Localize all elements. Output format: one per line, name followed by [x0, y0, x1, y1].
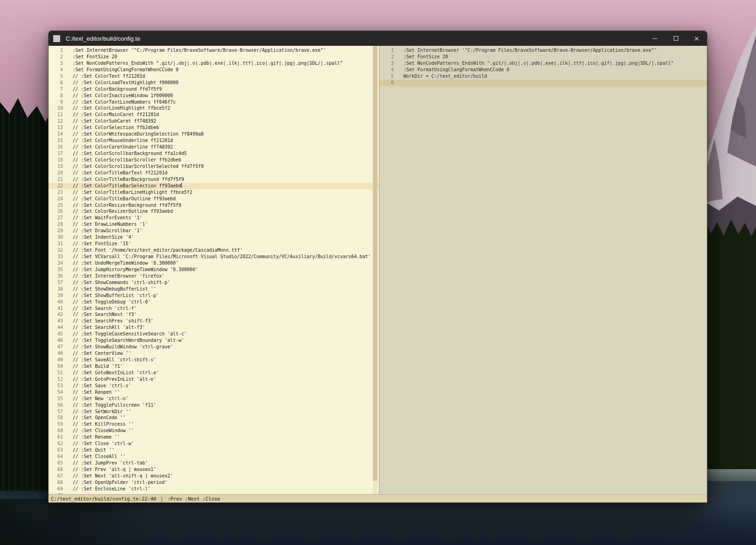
- code-line[interactable]: 16// :Set ColorCaretUnderline ff748392: [49, 144, 379, 150]
- line-number: 54: [49, 389, 63, 396]
- code-line[interactable]: 63// :Set Quit '': [49, 447, 379, 453]
- code-line[interactable]: 65// :Set JumpPrev 'ctrl-tab': [49, 460, 379, 466]
- code-line[interactable]: 67// :Set Next 'alt-shift-q | mousex2': [49, 473, 379, 479]
- code-line[interactable]: 39// :Set ShowBufferList 'ctrl-p': [49, 292, 379, 299]
- code-line[interactable]: 1:Set InternetBrowser '"C:/Program Files…: [379, 47, 707, 54]
- code-line[interactable]: 53// :Set Save 'ctrl-s': [49, 383, 379, 389]
- maximize-button[interactable]: [665, 31, 686, 46]
- code-line[interactable]: 50// :Set Build 'f1': [49, 363, 379, 370]
- line-number: 36: [49, 273, 63, 279]
- code-text: :Set FontSize 20: [403, 54, 448, 60]
- code-line[interactable]: 58// :Set OpenCode '': [49, 415, 379, 421]
- code-line[interactable]: 36// :Set InternetBrowser 'firefox': [49, 273, 379, 279]
- code-line[interactable]: 54// :Set Reopen '': [49, 389, 379, 396]
- code-line[interactable]: 46// :Set ToggleSearchWordBoundary 'alt-…: [49, 337, 379, 344]
- code-line[interactable]: 27// :Set WaitForEvents '1': [49, 215, 379, 221]
- code-line[interactable]: 10// :Set ColorLineHighlight ffbce5f2: [49, 105, 379, 111]
- code-line[interactable]: 57// :Set SetWorkDir '': [49, 409, 379, 415]
- code-line[interactable]: 3:Set NonCodePatterns_EndsWith ".git/|.o…: [379, 60, 707, 67]
- code-line[interactable]: 44// :Set SearchAll 'alt-f3': [49, 324, 379, 331]
- code-line[interactable]: 2:Set FontSize 20: [379, 54, 707, 60]
- code-line[interactable]: 33// :Set VCVarsall 'C:/Program Files/Mi…: [49, 254, 379, 260]
- code-line[interactable]: 15// :Set ColorMouseUnderline ff21201d: [49, 137, 379, 144]
- code-line[interactable]: 19// :Set ColorScrollbarScrollerSelected…: [49, 163, 379, 170]
- line-number: 68: [49, 479, 63, 486]
- code-line[interactable]: 52// :Set GotoPrevInList 'alt-e': [49, 376, 379, 383]
- code-line[interactable]: 40// :Set ToggleDebug 'ctrl-0': [49, 299, 379, 305]
- code-line[interactable]: 60// :Set CloseWindow '': [49, 427, 379, 434]
- code-line[interactable]: 5// :Set ColorText ff21201d: [49, 73, 379, 80]
- code-text: // :Set ColorScrollbarScrollerSelected f…: [73, 163, 204, 170]
- minimize-button[interactable]: [644, 31, 665, 46]
- code-line[interactable]: 14// :Set ColorWhitespaceDuringSelection…: [49, 131, 379, 137]
- code-line[interactable]: 8// :Set ColorInactiveWindow 1f000000: [49, 93, 379, 99]
- code-line[interactable]: 6// :Set ColorLoadTextHighlight f000000: [49, 80, 379, 86]
- code-line[interactable]: 42// :Set SearchNext 'f3': [49, 311, 379, 318]
- code-line[interactable]: 32// :Set Font '/home/krz/text_editor/pa…: [49, 247, 379, 254]
- code-line[interactable]: 38// :Set ShowDebugBufferList '': [49, 286, 379, 292]
- code-line[interactable]: 2:Set FontSize 20: [49, 54, 379, 60]
- code-line[interactable]: 4:Set FormatUsingClangFormatWhenCCode 0: [379, 67, 707, 73]
- code-line[interactable]: 35// :Set JumpHistoryMergeTimeWindow '0.…: [49, 266, 379, 273]
- line-number: 38: [49, 286, 63, 292]
- code-line[interactable]: 55// :Set New 'ctrl-n': [49, 396, 379, 402]
- code-line[interactable]: 49// :Set SaveAll 'ctrl-shift-s': [49, 357, 379, 363]
- code-line[interactable]: 9// :Set ColorTextLineNumbers ff646f7c: [49, 99, 379, 105]
- code-line[interactable]: 41// :Set Search 'ctrl-f': [49, 305, 379, 312]
- code-line[interactable]: 4:Set FormatUsingClangFormatWhenCCode 0: [49, 67, 379, 73]
- code-line[interactable]: 25// :Set ColorResizerBackground ffd7f5f…: [49, 202, 379, 209]
- code-line[interactable]: 23// :Set ColorTitleBarLineHighlight ffb…: [49, 189, 379, 196]
- code-line[interactable]: 66// :Set Prev 'alt-q | mousex1': [49, 466, 379, 473]
- code-line[interactable]: 17// :Set ColorScrollbarBackground ffa1c…: [49, 150, 379, 157]
- code-line[interactable]: 69// :Set EncloseLine 'ctrl-l': [49, 486, 379, 492]
- code-line[interactable]: 20// :Set ColorTitleBarText ff21201d: [49, 170, 379, 176]
- code-line[interactable]: 62// :Set Close 'ctrl-w': [49, 440, 379, 447]
- line-number: 3: [49, 60, 63, 67]
- line-number: 21: [49, 176, 63, 183]
- code-line[interactable]: 29// :Set DrawScrollbar '1': [49, 228, 379, 234]
- code-text: // :Set SearchAll 'alt-f3': [73, 324, 145, 331]
- code-line[interactable]: 68// :Set OpenUpFolder 'ctrl-period': [49, 479, 379, 486]
- code-text: // :Set Next 'alt-shift-q | mousex2': [73, 473, 173, 479]
- code-line[interactable]: 13// :Set ColorSelection ffb2dbeb: [49, 124, 379, 131]
- code-line[interactable]: 22// :Set ColorTitleBarSelection ff93aeb…: [49, 183, 379, 189]
- code-line[interactable]: 37// :Set ShowCommands 'ctrl-shift-p': [49, 279, 379, 286]
- code-line[interactable]: 59// :Set KillProcess '': [49, 421, 379, 427]
- close-button[interactable]: ×: [686, 31, 707, 46]
- code-line[interactable]: 5WorkDir = C:/text_editor/build: [379, 73, 707, 80]
- code-text: // :Set SearchNext 'f3': [73, 311, 136, 318]
- code-line[interactable]: 64// :Set CloseAll '': [49, 453, 379, 460]
- status-commands[interactable]: :Prev :Next :Close: [167, 496, 220, 502]
- code-line[interactable]: 11// :Set ColorMainCaret ff21201d: [49, 111, 379, 118]
- code-line[interactable]: 48// :Set CenterView '': [49, 350, 379, 357]
- code-line[interactable]: 18// :Set ColorScrollbarScroller ffb2dbe…: [49, 157, 379, 163]
- editor-pane-inactive[interactable]: 1:Set InternetBrowser '"C:/Program Files…: [379, 46, 707, 494]
- scrollbar-thumb[interactable]: [373, 46, 378, 481]
- line-number: 1: [379, 47, 394, 54]
- code-line[interactable]: 30// :Set IndentSize '4': [49, 234, 379, 241]
- code-line[interactable]: 24// :Set ColorTitleBarOutline ff93aebd: [49, 196, 379, 202]
- code-line[interactable]: 28// :Set DrawLineNumbers '1': [49, 221, 379, 228]
- code-lines-right: 1:Set InternetBrowser '"C:/Program Files…: [379, 47, 707, 86]
- code-line[interactable]: 12// :Set ColorSubCaret ff748392: [49, 118, 379, 124]
- code-text: // :Set DrawLineNumbers '1': [73, 221, 148, 228]
- code-line[interactable]: 6: [379, 80, 707, 86]
- code-line[interactable]: 45// :Set ToggleCaseSensitiveSearch 'alt…: [49, 331, 379, 337]
- line-number: 23: [49, 189, 63, 196]
- code-line[interactable]: 43// :Set SearchPrev 'shift-f3': [49, 318, 379, 324]
- code-line[interactable]: 51// :Set GotoNextInList 'ctrl-e': [49, 370, 379, 376]
- code-line[interactable]: 3:Set NonCodePatterns_EndsWith ".git/|.o…: [49, 60, 379, 67]
- code-line[interactable]: 56// :Set ToggleFullscreen 'f11': [49, 402, 379, 409]
- code-line[interactable]: 26// :Set ColorResizerOutline ff93aebd: [49, 208, 379, 215]
- code-line[interactable]: 7// :Set ColorBackground ffd7f5f9: [49, 86, 379, 93]
- code-line[interactable]: 34// :Set UndoMergeTimeWindow '0.300000': [49, 260, 379, 266]
- line-number: 2: [379, 54, 394, 60]
- code-line[interactable]: 47// :Set ShowBuildWindow 'ctrl-grave': [49, 344, 379, 350]
- left-pane-scrollbar[interactable]: [373, 46, 378, 494]
- editor-pane-active[interactable]: 1:Set InternetBrowser '"C:/Program Files…: [49, 46, 379, 494]
- code-line[interactable]: 61// :Set Rename '': [49, 434, 379, 440]
- code-line[interactable]: 31// :Set FontSize '15': [49, 241, 379, 247]
- code-line[interactable]: 21// :Set ColorTitleBarBackground ffd7f5…: [49, 176, 379, 183]
- code-line[interactable]: 1:Set InternetBrowser '"C:/Program Files…: [49, 47, 379, 54]
- titlebar[interactable]: C:/text_editor/build/config.te ×: [49, 31, 707, 46]
